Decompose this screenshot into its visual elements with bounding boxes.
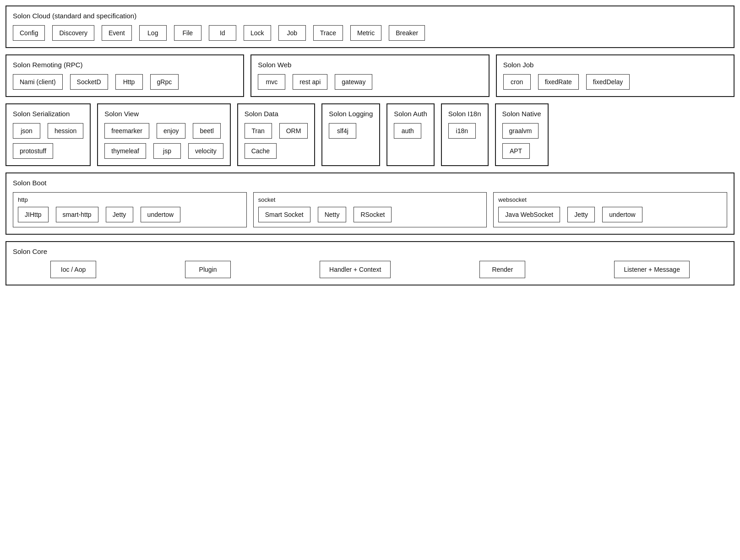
logging-items: slf4j <box>329 123 373 139</box>
item-box: gateway <box>335 74 372 90</box>
item-box: gRpc <box>150 74 179 90</box>
core-box: Listener + Message <box>614 261 690 278</box>
solon-core-section: Solon Core Ioc / AopPluginHandler + Cont… <box>5 241 735 285</box>
item-box: Cache <box>245 143 277 159</box>
item-box: RSocket <box>354 207 392 222</box>
item-box: velocity <box>188 143 223 159</box>
item-box: Http <box>115 74 143 90</box>
solon-auth-section: Solon Auth auth <box>386 103 435 166</box>
solon-web-title: Solon Web <box>258 61 482 69</box>
solon-logging-title: Solon Logging <box>329 110 373 118</box>
i18n-items: i18n <box>448 123 481 139</box>
solon-serial-section: Solon Serialization jsonhession protostu… <box>5 103 91 166</box>
job-items: cronfixedRatefixedDelay <box>503 74 727 90</box>
native-row2: APT <box>502 143 541 159</box>
solon-core-title: Solon Core <box>13 248 727 255</box>
core-box: Ioc / Aop <box>50 261 96 278</box>
item-box: fixedDelay <box>586 74 630 90</box>
data-row1: TranORM <box>245 123 308 139</box>
core-box: Render <box>479 261 525 278</box>
boot-socket-label: socket <box>258 196 482 203</box>
item-box: Smart Socket <box>258 207 310 222</box>
item-box: JIHttp <box>18 207 49 222</box>
native-row1: graalvm <box>502 123 541 139</box>
solon-i18n-title: Solon I18n <box>448 110 481 118</box>
item-box: Job <box>278 25 306 41</box>
item-box: File <box>174 25 201 41</box>
solon-boot-title: Solon Boot <box>13 179 727 187</box>
item-box: i18n <box>448 123 476 139</box>
solon-serial-title: Solon Serialization <box>13 110 83 118</box>
item-box: Log <box>139 25 167 41</box>
row-serial-etc: Solon Serialization jsonhession protostu… <box>5 103 735 166</box>
serial-row1: jsonhession <box>13 123 83 139</box>
solon-cloud-items: ConfigDiscoveryEventLogFileIdLockJobTrac… <box>13 25 727 41</box>
solon-cloud-section: Solon Cloud (standard and specification)… <box>5 5 735 48</box>
solon-auth-title: Solon Auth <box>394 110 427 118</box>
solon-remoting-section: Solon Remoting (RPC) Nami (client)Socket… <box>5 54 244 97</box>
solon-cloud-title: Solon Cloud (standard and specification) <box>13 12 727 20</box>
boot-websocket-label: websocket <box>498 196 722 203</box>
boot-socket-items: Smart SocketNettyRSocket <box>258 207 482 222</box>
web-items: mvcrest apigateway <box>258 74 482 90</box>
item-box: jsp <box>153 143 181 159</box>
item-box: thymeleaf <box>104 143 146 159</box>
row-remoting-web-job: Solon Remoting (RPC) Nami (client)Socket… <box>5 54 735 97</box>
item-box: fixedRate <box>538 74 579 90</box>
item-box: freemarker <box>104 123 149 139</box>
solon-data-section: Solon Data TranORM Cache <box>237 103 316 166</box>
solon-remoting-title: Solon Remoting (RPC) <box>13 61 237 69</box>
boot-socket-sub: socket Smart SocketNettyRSocket <box>253 192 487 227</box>
item-box: protostuff <box>13 143 53 159</box>
item-box: Event <box>102 25 132 41</box>
item-box: Netty <box>318 207 347 222</box>
item-box: hession <box>48 123 83 139</box>
solon-view-title: Solon View <box>104 110 223 118</box>
boot-http-sub: http JIHttpsmart-httpJettyundertow <box>13 192 247 227</box>
item-box: Nami (client) <box>13 74 63 90</box>
boot-http-label: http <box>18 196 242 203</box>
item-box: Java WebSocket <box>498 207 560 222</box>
item-box: ORM <box>279 123 308 139</box>
serial-row2: protostuff <box>13 143 83 159</box>
item-box: rest api <box>293 74 327 90</box>
solon-view-section: Solon View freemarkerenjoybeetl thymelea… <box>97 103 230 166</box>
serial-grid: jsonhession protostuff <box>13 123 83 159</box>
item-box: json <box>13 123 40 139</box>
solon-logging-section: Solon Logging slf4j <box>321 103 380 166</box>
item-box: auth <box>394 123 421 139</box>
view-row2: thymeleafjspvelocity <box>104 143 223 159</box>
item-box: Lock <box>244 25 271 41</box>
boot-websocket-sub: websocket Java WebSocketJettyundertow <box>493 192 727 227</box>
data-row2: Cache <box>245 143 308 159</box>
solon-data-title: Solon Data <box>245 110 308 118</box>
data-grid: TranORM Cache <box>245 123 308 159</box>
item-box: Metric <box>350 25 381 41</box>
item-box: SocketD <box>70 74 108 90</box>
view-grid: freemarkerenjoybeetl thymeleafjspvelocit… <box>104 123 223 159</box>
solon-native-section: Solon Native graalvm APT <box>495 103 549 166</box>
item-box: APT <box>502 143 530 159</box>
item-box: enjoy <box>157 123 185 139</box>
item-box: graalvm <box>502 123 539 139</box>
native-grid: graalvm APT <box>502 123 541 159</box>
item-box: cron <box>503 74 531 90</box>
item-box: smart-http <box>56 207 98 222</box>
view-row1: freemarkerenjoybeetl <box>104 123 223 139</box>
item-box: Trace <box>313 25 343 41</box>
solon-i18n-section: Solon I18n i18n <box>441 103 489 166</box>
boot-websocket-items: Java WebSocketJettyundertow <box>498 207 722 222</box>
solon-native-title: Solon Native <box>502 110 541 118</box>
boot-inner: http JIHttpsmart-httpJettyundertow socke… <box>13 192 727 227</box>
core-items: Ioc / AopPluginHandler + ContextRenderLi… <box>13 261 727 278</box>
solon-boot-section: Solon Boot http JIHttpsmart-httpJettyund… <box>5 172 735 235</box>
item-box: Config <box>13 25 45 41</box>
item-box: undertow <box>602 207 642 222</box>
item-box: mvc <box>258 74 285 90</box>
solon-web-section: Solon Web mvcrest apigateway <box>250 54 489 97</box>
item-box: Jetty <box>106 207 133 222</box>
item-box: slf4j <box>329 123 356 139</box>
solon-job-title: Solon Job <box>503 61 727 69</box>
item-box: Jetty <box>567 207 595 222</box>
core-box: Handler + Context <box>320 261 391 278</box>
